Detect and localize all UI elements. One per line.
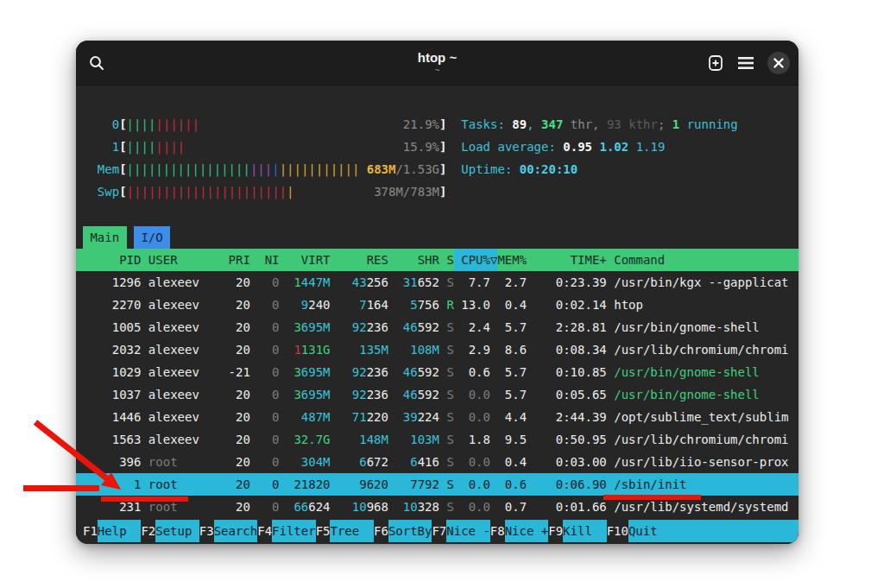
tab-main[interactable]: Main [83, 226, 127, 249]
fnbutton-help[interactable]: Help [98, 520, 142, 542]
cell-cpu: 0.6 [454, 361, 490, 383]
process-row[interactable]: 231root200666241096810328S0.0 0.70:01.66… [76, 496, 798, 518]
column-header-virt[interactable]: VIRT [280, 249, 331, 271]
cell-time: 0:01.66 [527, 496, 607, 518]
fnkey-f1[interactable]: F1 [83, 520, 98, 542]
process-row[interactable]: 2270alexeev200924071645756R13.0 0.40:02.… [76, 294, 798, 316]
process-row[interactable]: 1037alexeev2003695M9223646592S0.0 5.70:0… [76, 383, 798, 406]
cell-mem: 5.7 [497, 383, 527, 406]
fnkey-f7[interactable]: F7 [432, 520, 446, 542]
cell-res: 71220 [331, 406, 388, 428]
cell-state: S [439, 496, 454, 518]
meter-bracket-open: [ [119, 140, 126, 154]
column-header-time[interactable]: TIME+ [527, 249, 607, 271]
tab-io[interactable]: I/O [134, 226, 170, 249]
column-header-s[interactable]: S [439, 249, 454, 271]
cell-command: /usr/bin/gnome-shell [607, 316, 798, 338]
fnbutton-quit[interactable]: Quit [628, 520, 798, 542]
cell-mem: 0.6 [497, 473, 527, 496]
fnbutton-search[interactable]: Search [214, 520, 258, 542]
column-header-mem[interactable]: MEM% [497, 249, 527, 271]
cell-ni: 0 [250, 294, 280, 316]
fnbutton-tree[interactable]: Tree [330, 520, 374, 542]
column-header-command[interactable]: Command [607, 249, 798, 271]
fnkey-f9[interactable]: F9 [548, 520, 563, 542]
search-icon[interactable] [88, 54, 105, 72]
process-row[interactable]: 1563alexeev20032.7G148M103MS1.8 9.50:50.… [76, 428, 798, 451]
fnbutton-setup[interactable]: Setup [155, 520, 199, 542]
cell-command: /usr/lib/chromium/chromi [607, 428, 798, 451]
meter-bracket-open: [ [119, 117, 126, 131]
cell-command: /usr/lib/chromium/chromi [607, 338, 798, 361]
cell-user: root [141, 473, 213, 496]
summary-line: Uptime: 00:20:10 [461, 162, 578, 176]
cell-command: /usr/lib/iio-sensor-prox [607, 451, 798, 473]
sort-indicator-icon: ▽ [490, 249, 497, 271]
cell-mem: 5.7 [497, 361, 527, 383]
cell-shr: 103M [388, 428, 439, 451]
fnkey-f8[interactable]: F8 [490, 520, 505, 542]
fnbutton-sortby[interactable]: SortBy [388, 520, 432, 542]
meter-swp: Swp[|||||||||||||||||||||||378M/783M] [81, 180, 793, 203]
cell-ni: 0 [250, 428, 280, 451]
fnkey-f3[interactable]: F3 [199, 520, 214, 542]
meter-mem: Mem[||||||||||||||||||||||||||||||||683M… [81, 158, 793, 180]
cell-user: alexeev [141, 338, 213, 361]
cell-pri: 20 [214, 406, 250, 428]
cell-user: root [141, 451, 213, 473]
process-row[interactable]: 2032alexeev2001131G135M108MS2.9 8.60:08.… [76, 338, 798, 361]
process-row[interactable]: 396root200304M66726416S0.0 0.40:03.00/us… [76, 451, 798, 473]
column-header-res[interactable]: RES [331, 249, 388, 271]
fnbutton-nice+[interactable]: Nice + [505, 520, 549, 542]
window-title: htop ~ [418, 50, 457, 65]
htop-terminal: 0[||||||||||21.9%] Tasks: 89, 347 thr, 9… [76, 86, 798, 544]
cell-user: alexeev [141, 361, 213, 383]
column-header-user[interactable]: USER [141, 249, 213, 271]
cell-user: alexeev [141, 406, 213, 428]
column-header-ni[interactable]: NI [250, 249, 280, 271]
cell-pid: 1296 [83, 271, 141, 294]
column-header-pri[interactable]: PRI [214, 249, 250, 271]
cell-user: alexeev [141, 294, 213, 316]
cell-virt: 9240 [280, 294, 331, 316]
process-row[interactable]: 1005alexeev2003695M9223646592S2.4 5.72:2… [76, 316, 798, 338]
column-header-pid[interactable]: PID [83, 249, 141, 271]
process-row[interactable]: 1029alexeev-2103695M9223646592S0.6 5.70:… [76, 361, 798, 383]
fnkey-f6[interactable]: F6 [374, 520, 388, 542]
cell-mem: 2.7 [497, 271, 527, 294]
cell-pid: 1005 [83, 316, 141, 338]
cell-shr: 5756 [388, 294, 439, 316]
cell-ni: 0 [250, 361, 280, 383]
cell-res: 6672 [331, 451, 388, 473]
fnbutton-kill[interactable]: Kill [563, 520, 607, 542]
menu-icon[interactable] [738, 57, 754, 69]
cell-state: S [439, 271, 454, 294]
column-header-shr[interactable]: SHR [388, 249, 439, 271]
cell-pri: 20 [214, 316, 250, 338]
cell-res: 10968 [331, 496, 388, 518]
cell-user: alexeev [141, 316, 213, 338]
new-tab-icon[interactable] [707, 54, 724, 72]
cell-pri: 20 [214, 383, 250, 406]
close-icon[interactable] [767, 52, 790, 74]
cell-virt: 3695M [280, 383, 331, 406]
process-row[interactable]: 1296alexeev2001447M4325631652S7.7 2.70:2… [76, 271, 798, 294]
cell-shr: 39224 [388, 406, 439, 428]
cell-pid: 1037 [83, 383, 141, 406]
process-row[interactable]: 1446alexeev200487M7122039224S0.0 4.42:44… [76, 406, 798, 428]
cell-pri: 20 [214, 294, 250, 316]
cell-shr: 46592 [388, 383, 439, 406]
cell-cpu: 2.4 [454, 316, 490, 338]
fnkey-f4[interactable]: F4 [257, 520, 272, 542]
fnbutton-filter[interactable]: Filter [272, 520, 316, 542]
cell-state: S [439, 338, 454, 361]
column-header-cpu[interactable]: CPU% [454, 249, 490, 271]
cell-pid: 1563 [83, 428, 141, 451]
fnkey-f10[interactable]: F10 [607, 520, 628, 542]
process-row-selected[interactable]: 1root2002182096207792S0.0 0.60:06.90/sbi… [76, 473, 798, 496]
meter-value: 683M/1.53G [367, 158, 439, 180]
fnkey-f2[interactable]: F2 [141, 520, 155, 542]
fnbutton-nice[interactable]: Nice - [446, 520, 490, 542]
cell-command: /sbin/init [607, 473, 798, 496]
fnkey-f5[interactable]: F5 [316, 520, 331, 542]
